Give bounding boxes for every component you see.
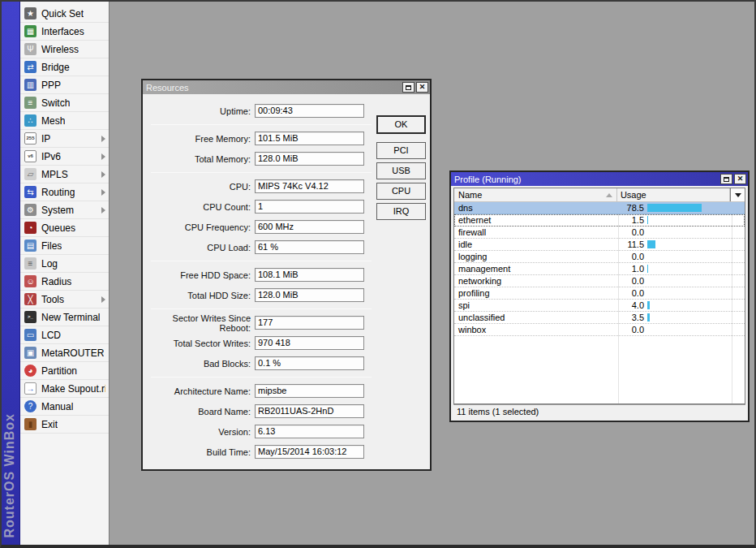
sidebar-item-radius[interactable]: ☺Radius <box>20 273 109 291</box>
profile-rows: dns78.5ethernet1.5firewall0.0idle11.5log… <box>454 202 745 403</box>
usage-value: 11.5 <box>618 239 644 249</box>
total-sector-writes-value-box[interactable]: 970 418 <box>255 336 364 350</box>
usage-value: 1.5 <box>618 215 644 225</box>
monitor-icon: ▭ <box>24 329 37 341</box>
ipv6-icon: v6 <box>24 150 37 162</box>
sidebar-item-interfaces[interactable]: ▦Interfaces <box>20 23 109 41</box>
profile-row-spi[interactable]: spi4.0 <box>454 300 745 312</box>
total-hdd-size-value-box[interactable]: 128.0 MiB <box>255 288 364 302</box>
free-memory-value-box[interactable]: 101.5 MiB <box>255 132 364 145</box>
sector-writes-since-reboot-value-box[interactable]: 177 <box>255 316 364 330</box>
field-row-sector-writes-since-reboot: Sector Writes Since Reboot:177 <box>144 313 428 333</box>
close-icon[interactable] <box>416 82 428 93</box>
profile-row-logging[interactable]: logging0.0 <box>454 251 745 263</box>
profile-row-profiling[interactable]: profiling0.0 <box>454 287 745 300</box>
sidebar-item-make-supout-rif[interactable]: →Make Supout.rif <box>20 380 109 398</box>
profile-name-cell: ethernet <box>454 215 618 225</box>
cpu-load-value-box[interactable]: 61 % <box>255 240 364 254</box>
profile-row-dns[interactable]: dns78.5 <box>454 202 745 214</box>
field-label: CPU Frequency: <box>144 222 255 232</box>
bad-blocks-value-box[interactable]: 0.1 % <box>255 356 364 370</box>
question-mark-icon: ? <box>24 400 37 412</box>
sidebar-item-switch[interactable]: ≡Switch <box>20 94 109 112</box>
irq-button[interactable]: IRQ <box>376 203 426 220</box>
sidebar-item-mpls[interactable]: ▱MPLS <box>20 166 109 183</box>
column-header-name[interactable]: Name <box>454 188 617 201</box>
sidebar-item-ip[interactable]: 255IP <box>20 130 109 148</box>
total-memory-value-box[interactable]: 128.0 MiB <box>255 152 364 166</box>
magic-wand-icon: ★ <box>24 7 37 19</box>
network-card-icon: ▦ <box>24 25 37 37</box>
sidebar-item-new-terminal[interactable]: >_New Terminal <box>20 309 109 326</box>
ok-button[interactable]: OK <box>376 115 426 134</box>
field-label: Free HDD Space: <box>144 270 255 280</box>
field-row-board-name: Board Name:RB2011UAS-2HnD <box>144 401 428 421</box>
profile-name-cell: dns <box>454 203 618 213</box>
submenu-arrow-icon <box>101 296 105 303</box>
sidebar-item-label: New Terminal <box>41 312 100 323</box>
cpu-button[interactable]: CPU <box>376 183 426 200</box>
mpls-tags-icon: ▱ <box>24 168 37 180</box>
column-header-usage[interactable]: Usage <box>617 188 730 201</box>
sidebar-item-bridge[interactable]: ⇄Bridge <box>20 58 109 76</box>
gauge-icon: ◔ <box>24 222 37 234</box>
sidebar-item-manual[interactable]: ?Manual <box>20 398 109 416</box>
usage-bar <box>647 216 648 224</box>
maximize-icon[interactable] <box>402 82 415 93</box>
sidebar-item-label: MPLS <box>41 169 68 180</box>
usage-value: 78.5 <box>618 203 644 213</box>
cpu-value-box[interactable]: MIPS 74Kc V4.12 <box>255 179 364 193</box>
pci-button[interactable]: PCI <box>376 142 426 159</box>
sidebar-item-label: Radius <box>41 276 71 287</box>
profile-row-ethernet[interactable]: ethernet1.5 <box>454 214 745 227</box>
profile-row-firewall[interactable]: firewall0.0 <box>454 227 745 239</box>
maximize-icon[interactable] <box>720 174 732 184</box>
sidebar-item-exit[interactable]: ▮Exit <box>20 416 109 434</box>
sidebar-item-ppp[interactable]: ▥PPP <box>20 76 109 94</box>
close-icon[interactable] <box>734 174 746 184</box>
sidebar-item-tools[interactable]: ╳Tools <box>20 291 109 309</box>
cpu-count-value-box[interactable]: 1 <box>255 200 364 214</box>
submenu-arrow-icon <box>101 153 105 160</box>
bridge-arrows-icon: ⇄ <box>24 61 37 73</box>
sidebar-item-quick-set[interactable]: ★Quick Set <box>20 5 109 23</box>
profile-window: Profile (Running) Name Usage <box>449 170 750 422</box>
sidebar-item-files[interactable]: ▤Files <box>20 237 109 255</box>
sidebar-item-lcd[interactable]: ▭LCD <box>20 326 109 344</box>
resources-window: Resources Uptime:00:09:43Free Memory:101… <box>141 79 432 471</box>
field-row-bad-blocks: Bad Blocks:0.1 % <box>144 353 428 373</box>
sidebar-item-routing[interactable]: ⇆Routing <box>20 183 109 201</box>
profile-titlebar[interactable]: Profile (Running) <box>451 172 748 186</box>
usage-bar <box>647 204 702 212</box>
version-value-box[interactable]: 6.13 <box>255 425 364 438</box>
uptime-value-box[interactable]: 00:09:43 <box>255 104 364 118</box>
profile-row-winbox[interactable]: winbox0.0 <box>454 324 745 336</box>
folder-icon: ▤ <box>24 239 37 252</box>
sidebar-item-system[interactable]: ⚙System <box>20 201 109 219</box>
sidebar-item-log[interactable]: ≡Log <box>20 255 109 273</box>
sidebar-item-label: Quick Set <box>41 8 84 19</box>
profile-name-cell: profiling <box>454 288 618 298</box>
profile-row-unclassified[interactable]: unclassified3.5 <box>454 312 745 324</box>
cpu-frequency-value-box[interactable]: 600 MHz <box>255 220 364 234</box>
usb-button[interactable]: USB <box>376 162 426 179</box>
sidebar-item-wireless[interactable]: ΨWireless <box>20 41 109 58</box>
architecture-name-value-box[interactable]: mipsbe <box>255 384 364 398</box>
column-chooser-button[interactable] <box>730 188 745 201</box>
sidebar-item-metarouter[interactable]: ▣MetaROUTER <box>20 344 109 362</box>
build-time-value-box[interactable]: May/15/2014 16:03:12 <box>255 445 364 459</box>
pie-chart-icon: ◕ <box>24 365 37 377</box>
sidebar-item-label: Switch <box>41 97 70 109</box>
sidebar-item-ipv6[interactable]: v6IPv6 <box>20 148 109 166</box>
board-name-value-box[interactable]: RB2011UAS-2HnD <box>255 404 364 418</box>
sidebar-item-mesh[interactable]: ∴Mesh <box>20 112 109 130</box>
profile-window-title: Profile (Running) <box>454 175 522 184</box>
resources-titlebar[interactable]: Resources <box>143 80 430 94</box>
free-hdd-space-value-box[interactable]: 108.1 MiB <box>255 268 364 282</box>
profile-row-networking[interactable]: networking0.0 <box>454 275 745 287</box>
exit-door-icon: ▮ <box>24 418 37 430</box>
sidebar-item-partition[interactable]: ◕Partition <box>20 362 109 380</box>
sidebar-item-queues[interactable]: ◔Queues <box>20 219 109 237</box>
profile-row-management[interactable]: management1.0 <box>454 263 745 275</box>
profile-row-idle[interactable]: idle11.5 <box>454 239 745 251</box>
